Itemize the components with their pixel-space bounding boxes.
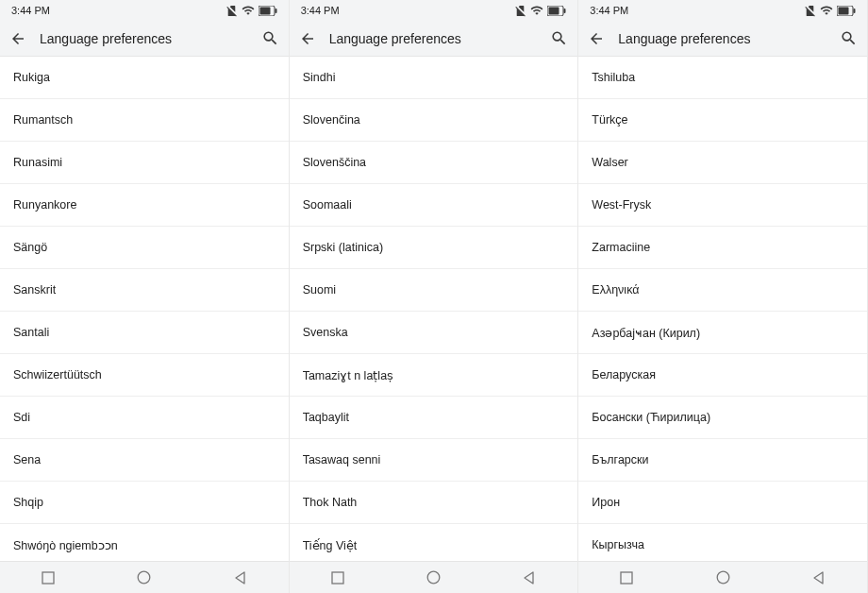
status-icons — [514, 4, 566, 17]
app-header: Language preferences — [290, 21, 578, 57]
language-item[interactable]: West-Frysk — [578, 184, 867, 227]
language-label: Santali — [13, 326, 49, 339]
language-item[interactable]: Tshiluba — [578, 57, 867, 99]
language-label: Sanskrit — [13, 283, 56, 296]
language-label: Ελληνικά — [592, 283, 639, 296]
language-item[interactable]: Босански (Ћирилица) — [578, 397, 867, 439]
language-item[interactable]: Svenska — [290, 312, 578, 354]
language-label: Thok Nath — [303, 496, 358, 509]
status-time: 3:44 PM — [301, 5, 340, 16]
status-bar: 3:44 PM — [0, 0, 289, 21]
language-item[interactable]: Schwiizertüütsch — [0, 354, 289, 397]
language-item[interactable]: Walser — [578, 142, 867, 184]
search-button[interactable] — [840, 29, 858, 47]
language-label: Runasimi — [13, 156, 62, 169]
language-item[interactable]: Santali — [0, 312, 289, 354]
svg-rect-13 — [621, 572, 632, 584]
language-label: Tamaziɣt n laṭlaṣ — [303, 368, 393, 382]
language-label: Босански (Ћирилица) — [592, 411, 710, 424]
language-item[interactable]: Soomaali — [290, 184, 578, 227]
language-label: Walser — [592, 156, 627, 169]
svg-point-9 — [427, 571, 440, 584]
language-item[interactable]: Sanskrit — [0, 269, 289, 312]
language-label: Rukiga — [13, 71, 50, 84]
wifi-icon — [242, 4, 255, 17]
language-item[interactable]: Runyankore — [0, 184, 289, 227]
nav-bar — [578, 561, 867, 593]
language-label: Srpski (latinica) — [303, 241, 383, 254]
language-label: Беларуская — [592, 368, 656, 381]
language-label: Schwiizertüütsch — [13, 368, 102, 381]
screen-0: 3:44 PMLanguage preferencesRukigaRumants… — [0, 0, 290, 593]
language-item[interactable]: Slovenščina — [290, 142, 578, 184]
status-time: 3:44 PM — [11, 5, 50, 16]
svg-rect-8 — [332, 572, 343, 584]
nav-recent-button[interactable] — [20, 571, 76, 585]
language-item[interactable]: Thok Nath — [290, 482, 578, 524]
svg-rect-3 — [42, 572, 54, 584]
nav-recent-button[interactable] — [598, 571, 655, 585]
language-item[interactable]: Shqip — [0, 482, 289, 524]
language-label: Ирон — [592, 496, 620, 509]
language-item[interactable]: Slovenčina — [290, 99, 578, 142]
nav-recent-button[interactable] — [309, 571, 366, 585]
svg-rect-1 — [259, 7, 270, 14]
svg-rect-11 — [838, 7, 848, 14]
language-item[interactable]: Азәрбајҹан (Кирил) — [578, 312, 867, 354]
language-item[interactable]: Sindhi — [290, 57, 578, 99]
language-item[interactable]: Taqbaylit — [290, 397, 578, 439]
language-label: Shwóŋò ngiembɔɔn — [13, 538, 118, 552]
language-label: Sindhi — [303, 71, 336, 84]
language-item[interactable]: Tasawaq senni — [290, 439, 578, 482]
back-button[interactable] — [299, 30, 316, 47]
language-label: Tasawaq senni — [303, 453, 381, 466]
language-item[interactable]: Tamaziɣt n laṭlaṣ — [290, 354, 578, 397]
language-item[interactable]: Ελληνικά — [578, 269, 867, 312]
language-item[interactable]: Беларуская — [578, 354, 867, 397]
status-time: 3:44 PM — [590, 5, 628, 16]
language-label: Български — [592, 453, 648, 466]
svg-point-4 — [139, 571, 151, 584]
language-item[interactable]: Suomi — [290, 269, 578, 312]
battery-icon — [259, 6, 277, 16]
search-button[interactable] — [550, 29, 568, 47]
nav-home-button[interactable] — [405, 570, 461, 585]
nav-home-button[interactable] — [694, 570, 751, 585]
back-button[interactable] — [588, 30, 605, 47]
battery-icon — [547, 6, 566, 16]
language-item[interactable]: Ирон — [578, 482, 867, 524]
nav-back-button[interactable] — [501, 571, 558, 585]
search-button[interactable] — [261, 29, 279, 47]
language-item[interactable]: Кыргызча — [578, 524, 867, 561]
nav-back-button[interactable] — [791, 571, 847, 585]
language-item[interactable]: Sdi — [0, 397, 289, 439]
battery-icon — [837, 6, 856, 16]
language-item[interactable]: Sena — [0, 439, 289, 482]
language-list[interactable]: RukigaRumantschRunasimiRunyankoreSängöSa… — [0, 57, 289, 561]
language-item[interactable]: Rumantsch — [0, 99, 289, 142]
back-button[interactable] — [9, 30, 26, 47]
language-label: Tshiluba — [592, 71, 635, 84]
app-header: Language preferences — [578, 21, 867, 57]
language-item[interactable]: Български — [578, 439, 867, 482]
wifi-icon — [530, 4, 543, 17]
language-item[interactable]: Rukiga — [0, 57, 289, 99]
wifi-icon — [820, 4, 833, 17]
status-bar: 3:44 PM — [578, 0, 867, 21]
language-label: Zarmaciine — [592, 241, 650, 254]
language-item[interactable]: Zarmaciine — [578, 227, 867, 269]
nav-back-button[interactable] — [212, 571, 269, 585]
language-item[interactable]: Türkçe — [578, 99, 867, 142]
no-sim-icon — [804, 5, 816, 17]
language-item[interactable]: Srpski (latinica) — [290, 227, 578, 269]
language-item[interactable]: Runasimi — [0, 142, 289, 184]
language-item[interactable]: Sängö — [0, 227, 289, 269]
language-list[interactable]: SindhiSlovenčinaSlovenščinaSoomaaliSrpsk… — [290, 57, 578, 561]
language-item[interactable]: Tiếng Việt — [290, 524, 578, 561]
language-item[interactable]: Shwóŋò ngiembɔɔn — [0, 524, 289, 561]
nav-bar — [290, 561, 578, 593]
language-list[interactable]: TshilubaTürkçeWalserWest-FryskZarmaciine… — [578, 57, 867, 561]
screen-1: 3:44 PMLanguage preferencesSindhiSlovenč… — [290, 0, 579, 593]
nav-home-button[interactable] — [116, 570, 173, 585]
svg-rect-6 — [549, 7, 559, 14]
